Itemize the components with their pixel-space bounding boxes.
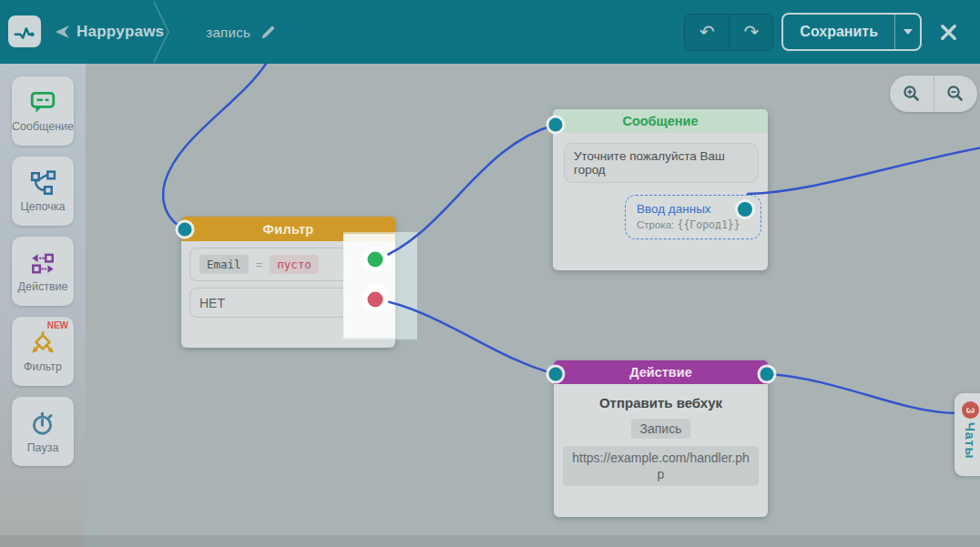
chats-tab-label: Чаты [963, 422, 977, 459]
chevron-down-icon [903, 29, 913, 35]
action-webhook-url[interactable]: https://example.com/handler.php [563, 446, 759, 486]
close-editor-button[interactable] [939, 23, 958, 42]
close-icon [939, 23, 958, 42]
node-message[interactable]: Сообщение Уточните пожалуйста Ваш город … [553, 109, 768, 270]
redo-button[interactable]: ↷ [729, 15, 772, 50]
sidebar-item-message[interactable]: Сообщение [12, 76, 74, 146]
wire-action-to-chats [769, 374, 954, 413]
sidebar-item-label: Действие [18, 280, 68, 293]
undo-icon: ↶ [699, 21, 715, 43]
data-input-meta: Строка: {{Город1}} [637, 218, 750, 231]
action-icon [29, 250, 56, 276]
component-sidebar: Сообщение Цепочка Действие [0, 64, 86, 547]
pulse-icon [13, 20, 36, 44]
flow-canvas[interactable]: Сообщение Уточните пожалуйста Ваш город … [86, 64, 980, 547]
zoom-out-icon [945, 84, 965, 104]
back-to-bot-button[interactable]: Happypaws [55, 23, 164, 41]
topbar-actions: ↶ ↷ Сохранить [684, 13, 958, 51]
connector-input-action[interactable] [549, 368, 563, 381]
topbar: Happypaws запись ↶ ↷ [0, 0, 980, 64]
action-type-title: Отправить вебхук [554, 395, 768, 410]
chats-badge-count: 3 [964, 407, 976, 413]
connector-output-datainput[interactable] [738, 202, 752, 217]
condition-operator: = [256, 258, 263, 271]
save-options-button[interactable] [894, 15, 920, 49]
pause-timer-icon [29, 410, 56, 437]
undo-button[interactable]: ↶ [685, 15, 729, 50]
app-logo-button[interactable] [8, 15, 41, 47]
sidebar-item-label: Пауза [27, 441, 59, 454]
connector-input-message[interactable] [549, 118, 563, 132]
sidebar-item-label: Цепочка [21, 200, 66, 213]
zoom-in-button[interactable] [890, 76, 934, 112]
app-window: Happypaws запись ↶ ↷ [0, 0, 980, 547]
data-input-label: Ввод данных [637, 202, 750, 216]
connector-filter-yes[interactable] [368, 252, 383, 268]
history-buttons: ↶ ↷ [684, 14, 773, 51]
chats-unread-badge: 3 [962, 401, 979, 419]
node-action-header[interactable]: Действие [554, 360, 768, 384]
connector-filter-no[interactable] [368, 292, 383, 308]
message-icon [29, 90, 56, 116]
save-label: Сохранить [800, 24, 878, 40]
sidebar-item-filter[interactable]: NEW Фильтр [12, 317, 74, 386]
action-record-chip: Запись [631, 419, 691, 439]
connector-input-filter[interactable] [179, 223, 192, 237]
meta-variable: {{Город1}} [677, 218, 740, 231]
sidebar-item-action[interactable]: Действие [12, 237, 74, 306]
sidebar-item-label: Фильтр [24, 360, 62, 373]
data-input-box[interactable]: Ввод данных Строка: {{Город1}} [625, 195, 761, 239]
node-message-header[interactable]: Сообщение [553, 109, 768, 133]
node-action[interactable]: Действие Отправить вебхук Запись https:/… [554, 360, 768, 517]
wire-datainput-to-right [748, 147, 980, 194]
else-label: НЕТ [199, 296, 225, 310]
condition-field-chip: Email [199, 255, 249, 274]
save-button[interactable]: Сохранить [783, 15, 894, 49]
back-arrow-icon [55, 25, 70, 39]
chain-icon [29, 170, 56, 196]
meta-label: Строка: [637, 219, 674, 230]
connector-output-action[interactable] [761, 368, 774, 381]
chats-tab[interactable]: 3 Чаты [954, 393, 980, 476]
redo-icon: ↷ [743, 21, 759, 43]
flow-name: запись [206, 25, 250, 40]
save-split-button: Сохранить [781, 13, 922, 51]
condition-value-chip: пусто [270, 255, 319, 274]
rename-flow-button[interactable] [260, 24, 277, 41]
sidebar-item-chain[interactable]: Цепочка [12, 157, 74, 226]
breadcrumb-separator [151, 0, 175, 64]
selection-highlight-inner [343, 234, 395, 338]
wire-top-to-filter [163, 64, 266, 229]
sidebar-item-label: Сообщение [12, 120, 74, 133]
zoom-out-button[interactable] [934, 76, 978, 112]
new-badge: NEW [47, 320, 68, 330]
zoom-in-icon [902, 84, 922, 104]
zoom-controls [890, 76, 977, 112]
message-bubble[interactable]: Уточните пожалуйста Ваш город [564, 143, 759, 183]
breadcrumb: запись [206, 24, 277, 41]
filter-icon [29, 330, 56, 356]
sidebar-item-pause[interactable]: Пауза [12, 397, 74, 466]
pencil-icon [260, 24, 277, 41]
